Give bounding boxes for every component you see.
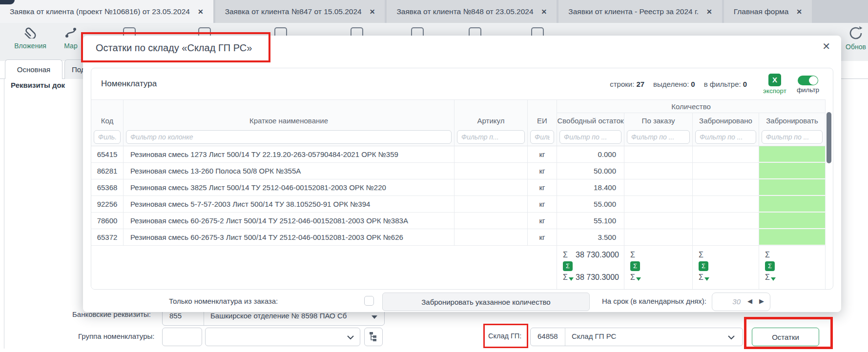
export-label: экспорт <box>760 87 790 95</box>
refresh-icon <box>847 25 864 41</box>
nomenclature-table: Количество КодКраткое наименованиеАртику… <box>91 99 826 290</box>
column-header[interactable]: ЕИ <box>528 113 557 128</box>
chevron-down-icon <box>347 335 354 340</box>
bank-name-value: Башкирское отделение № 8598 ПАО Сб <box>210 312 347 320</box>
filter-toggle[interactable]: фильтр <box>793 74 823 94</box>
group-header-row: Количество <box>91 99 826 113</box>
document-tab[interactable]: Заявка от клиента №848 от 23.05.2024✕ <box>387 0 557 23</box>
paperclip-icon <box>23 27 38 39</box>
sigma-icon: Σ <box>699 251 703 259</box>
cell-name: Резиновая смесь 3825 Лист 500/14 ТУ 2512… <box>124 179 455 196</box>
table-row[interactable]: 65368Резиновая смесь 3825 Лист 500/14 ТУ… <box>91 179 826 196</box>
tab-close-icon[interactable]: ✕ <box>796 8 802 16</box>
table-row[interactable]: 65415Резиновая смесь 1273 Лист 500/14 ТУ… <box>91 146 826 163</box>
table-stats: строки:27выделено:0в фильтре:0 <box>610 80 747 88</box>
sigma-icon: Σ <box>765 273 770 282</box>
cell-to_reserve[interactable] <box>759 146 826 162</box>
document-tab[interactable]: Заявки от клиента - Реестр за 2024 г.✕ <box>558 0 722 23</box>
only-from-order-checkbox[interactable] <box>364 296 374 306</box>
warehouse-combo[interactable]: 64858 Склад ГП РС <box>530 328 743 346</box>
table-scrollbar[interactable] <box>827 100 831 288</box>
column-header[interactable]: Артикул <box>455 113 528 128</box>
cell-name: Резиновая смесь 60-2675-2 Лист 500/14 ТУ… <box>124 213 455 229</box>
filter-funnel-icon <box>636 277 641 281</box>
cell-to_reserve[interactable] <box>759 196 826 212</box>
column-filter-input[interactable] <box>559 130 621 144</box>
column-header[interactable]: По заказу <box>624 113 693 128</box>
tab-close-icon[interactable]: ✕ <box>541 8 547 16</box>
cell-article <box>455 163 528 179</box>
term-stepper[interactable]: 30 ◀ ▶ <box>712 293 770 311</box>
cell-article <box>455 146 528 162</box>
tab-close-icon[interactable]: ✕ <box>706 8 712 16</box>
cell-to_reserve[interactable] <box>759 213 826 229</box>
table-row[interactable]: 65372Резиновая смесь 60-2675-3 Лист 500/… <box>91 229 826 246</box>
cell-by_order <box>624 229 693 245</box>
column-header[interactable]: Забронировать <box>759 113 826 128</box>
cell-reserved <box>693 213 759 229</box>
cell-code: 78600 <box>91 213 124 229</box>
column-header[interactable]: Код <box>91 113 124 128</box>
cell-name: Резиновая смесь 1273 Лист 500/14 ТУ 22.1… <box>124 146 455 162</box>
nomenclature-group-select[interactable] <box>205 328 360 346</box>
column-filter-input[interactable] <box>457 130 525 144</box>
scrollbar-thumb[interactable] <box>827 112 831 163</box>
stepper-increment-icon[interactable]: ▶ <box>759 297 764 305</box>
stat-item: в фильтре:0 <box>704 80 747 88</box>
column-filter-input[interactable] <box>530 130 554 144</box>
sum-selected-button[interactable]: Σ <box>630 261 640 271</box>
sum-selected-button[interactable]: Σ <box>563 261 573 271</box>
cell-to_reserve[interactable] <box>759 163 826 179</box>
filter-cell <box>528 128 557 146</box>
sum-selected-button[interactable]: Σ <box>699 261 708 271</box>
tab-close-icon[interactable]: ✕ <box>198 8 204 16</box>
attachments-button[interactable]: Вложения <box>8 27 53 50</box>
sum-line: Σ <box>765 250 820 260</box>
nomenclature-group-code-field[interactable] <box>162 328 202 346</box>
filtered-sum-line: Σ38 730.3000 <box>563 272 619 283</box>
sum-selected-button[interactable]: Σ <box>765 261 775 271</box>
filter-cell <box>124 128 455 146</box>
column-header[interactable]: Забронировано <box>693 113 759 128</box>
column-filter-input[interactable] <box>94 130 121 144</box>
cell-unit: кг <box>528 196 557 212</box>
cell-reserved <box>693 229 759 245</box>
column-filter-input[interactable] <box>762 130 823 144</box>
filter-funnel-icon <box>569 277 574 281</box>
filter-cell <box>759 128 826 146</box>
stepper-decrement-icon[interactable]: ◀ <box>747 297 752 305</box>
application-window: Заявка от клиента (проект №106816) от 23… <box>0 0 868 352</box>
warehouse-code-value: 64858 <box>537 332 558 340</box>
table-row[interactable]: 78600Резиновая смесь 60-2675-2 Лист 500/… <box>91 213 826 229</box>
column-filter-input[interactable] <box>695 130 756 144</box>
column-filter-input[interactable] <box>627 130 690 144</box>
document-tab[interactable]: Заявка от клиента (проект №106816) от 23… <box>0 0 213 23</box>
document-tab[interactable]: Главная форма✕ <box>724 0 812 23</box>
sigma-icon: Σ <box>765 251 770 259</box>
cell-reserved <box>693 196 759 212</box>
field-divider <box>565 328 565 346</box>
cell-to_reserve[interactable] <box>759 229 826 245</box>
cell-to_reserve[interactable] <box>759 179 826 196</box>
marking-button[interactable]: Мар <box>57 27 85 50</box>
close-icon[interactable]: ✕ <box>822 40 830 52</box>
tab-bar: Заявка от клиента (проект №106816) от 23… <box>0 0 868 23</box>
refresh-button[interactable]: Обнов <box>844 25 868 51</box>
cell-article <box>455 179 528 196</box>
document-tab[interactable]: Заявка от клиента №847 от 15.05.2024✕ <box>215 0 385 23</box>
group-tree-button[interactable] <box>364 328 383 346</box>
cell-name: Резиновая смесь 60-2675-3 Лист 500/14 ТУ… <box>124 229 455 245</box>
table-row[interactable]: 92256Резиновая смесь 5-7-57-2003 Лист 50… <box>91 196 826 213</box>
remains-button[interactable]: Остатки <box>752 328 819 346</box>
cell-reserved <box>693 163 759 179</box>
tab-main-form[interactable]: Основная <box>5 59 62 79</box>
table-row[interactable]: 86281Резиновая смесь 13-260 Полоса 50/8 … <box>91 163 826 179</box>
table-body: 65415Резиновая смесь 1273 Лист 500/14 ТУ… <box>91 146 826 246</box>
tab-close-icon[interactable]: ✕ <box>370 8 375 16</box>
reserve-quantity-button[interactable]: Забронировать указанное количество <box>382 293 590 311</box>
column-header[interactable]: Краткое наименование <box>124 113 455 128</box>
panel-left-border <box>4 78 4 349</box>
column-filter-input[interactable] <box>126 130 452 144</box>
column-header[interactable]: Свободный остаток <box>557 113 624 128</box>
export-button[interactable]: X экспорт <box>760 74 790 95</box>
